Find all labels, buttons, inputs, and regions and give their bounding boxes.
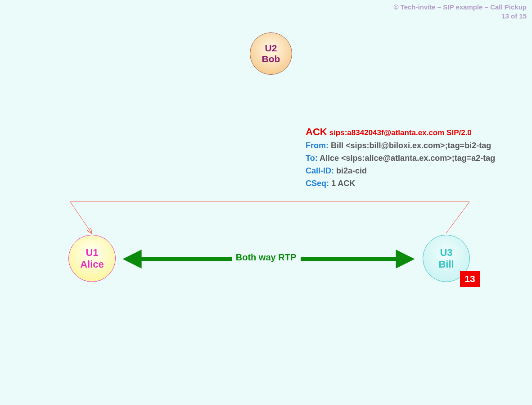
header-pager: 13 of 15 bbox=[501, 12, 527, 20]
step-badge: 13 bbox=[460, 271, 480, 287]
ack-path bbox=[70, 202, 469, 233]
node-u2-id: U2 bbox=[265, 43, 277, 54]
sip-cseq-line: CSeq: 1 ACK bbox=[306, 177, 495, 190]
sip-to-line: To: Alice <sips:alice@atlanta.ex.com>;ta… bbox=[306, 152, 495, 165]
sip-request-line: ACK sips:a8342043f@atlanta.ex.com SIP/2.… bbox=[306, 124, 495, 140]
sip-cseq-value: 1 ACK bbox=[331, 179, 355, 188]
sip-to-label: To bbox=[306, 154, 315, 163]
node-u2-bob: U2 Bob bbox=[250, 32, 292, 75]
header-copyright: © Tech-invite – SIP example – Call Picku… bbox=[393, 3, 527, 11]
sip-from-value: Bill <sips:bill@biloxi.ex.com>;tag=bi2-t… bbox=[331, 141, 491, 150]
sip-from-line: From: Bill <sips:bill@biloxi.ex.com>;tag… bbox=[306, 140, 495, 152]
sip-request-uri: sips:a8342043f@atlanta.ex.com SIP/2.0 bbox=[329, 128, 472, 137]
sip-message-block: ACK sips:a8342043f@atlanta.ex.com SIP/2.… bbox=[306, 124, 495, 190]
sip-method: ACK bbox=[306, 126, 327, 137]
sip-to-value: Alice <sips:alice@atlanta.ex.com>;tag=a2… bbox=[320, 154, 495, 163]
sip-from-label: From bbox=[306, 141, 326, 150]
rtp-label: Both way RTP bbox=[0, 252, 532, 263]
sip-cseq-label: CSeq bbox=[306, 179, 326, 188]
header: © Tech-invite – SIP example – Call Picku… bbox=[393, 3, 527, 20]
sip-callid-line: Call-ID: bi2a-cid bbox=[306, 165, 495, 177]
step-number: 13 bbox=[464, 273, 475, 284]
diagram-canvas: © Tech-invite – SIP example – Call Picku… bbox=[0, 0, 532, 405]
sip-callid-value: bi2a-cid bbox=[336, 166, 367, 175]
node-u2-name: Bob bbox=[262, 54, 280, 64]
sip-callid-label: Call-ID bbox=[306, 166, 331, 175]
